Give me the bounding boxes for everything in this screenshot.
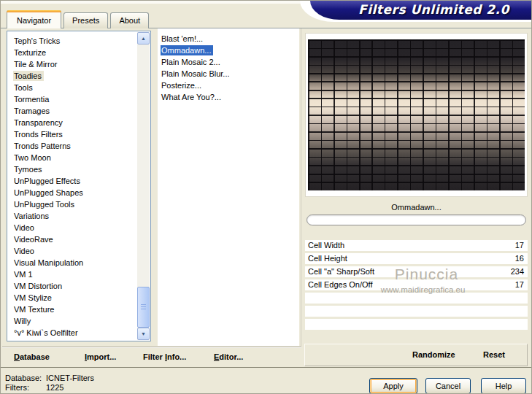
category-item-label: VideoRave [13, 234, 55, 244]
scroll-down-icon[interactable]: ▼ [137, 328, 150, 340]
right-action-bar: Randomize Reset [304, 344, 528, 366]
randomize-button[interactable]: Randomize [412, 350, 455, 359]
category-item-label: Visual Manipulation [13, 258, 85, 268]
category-item[interactable]: Texturize [8, 47, 136, 58]
category-item[interactable]: Transparency [8, 117, 136, 128]
category-item[interactable]: Tronds Patterns [8, 140, 136, 152]
parameter-row[interactable]: Cell "a" Sharp/Soft234 [305, 266, 528, 277]
category-item-label: °v° Kiwi`s Oelfilter [13, 328, 80, 338]
parameter-row-empty [305, 306, 528, 317]
parameter-value: 16 [515, 253, 524, 264]
scroll-up-icon[interactable]: ▲ [137, 32, 150, 45]
filter-item[interactable]: Blast 'em!... [158, 33, 299, 45]
category-item-label: UnPlugged Tools [13, 199, 77, 209]
filter-item-label: Plain Mosaic Blur... [161, 69, 232, 79]
filter-item[interactable]: Plain Mosaic Blur... [158, 68, 299, 80]
cancel-button[interactable]: Cancel [425, 378, 471, 394]
category-item[interactable]: Two Moon [8, 152, 136, 163]
filter-item[interactable]: Posterize... [158, 80, 299, 91]
filter-listbox[interactable]: Blast 'em!...Ommadawn...Plain Mosaic 2..… [158, 28, 299, 346]
category-item[interactable]: UnPlugged Tools [8, 198, 136, 210]
window-title: Filters Unlimited 2.0 [335, 1, 532, 20]
category-item[interactable]: Willy [8, 315, 136, 327]
category-item[interactable]: Toadies [8, 70, 136, 82]
parameter-row[interactable]: Cell Height16 [305, 253, 528, 264]
category-scrollbar[interactable]: ▲ ▼ [137, 32, 150, 340]
category-item[interactable]: VideoRave [8, 233, 136, 245]
parameter-row-empty [305, 293, 528, 304]
database-label: Database: [5, 374, 42, 382]
category-item[interactable]: UnPlugged Effects [8, 175, 136, 187]
tab-navigator[interactable]: Navigator [7, 10, 61, 28]
category-item[interactable]: Tronds Filters [8, 128, 136, 140]
parameter-name: Cell Edges On/Off [308, 279, 372, 290]
filters-unlimited-dialog: Filters Unlimited 2.0 NavigatorPresetsAb… [0, 0, 532, 394]
tab-presets[interactable]: Presets [63, 12, 108, 28]
filter-item[interactable]: What Are You?... [158, 91, 299, 103]
toolbar-button-text-post: atabase [20, 352, 50, 361]
toolbar-button-database[interactable]: Database [14, 352, 50, 361]
scrollbar-thumb[interactable] [137, 287, 150, 328]
category-item-label: VM Texture [13, 304, 56, 314]
toolbar-button-editor[interactable]: Editor... [214, 352, 243, 361]
toolbar-button-text-post: nfo... [167, 352, 186, 361]
category-item[interactable]: Video [8, 222, 136, 233]
category-item[interactable]: Video [8, 245, 136, 257]
toolbar-button-filter-info[interactable]: Filter Info... [143, 352, 186, 361]
filter-item[interactable]: Plain Mosaic 2... [158, 56, 299, 68]
filter-item-label: Posterize... [161, 80, 204, 90]
parameter-row[interactable]: Cell Edges On/Off17 [305, 279, 528, 290]
category-item-label: VM 1 [13, 269, 35, 279]
category-item[interactable]: °v° Kiwi`s Oelfilter [8, 327, 136, 339]
filter-item-label: What Are You?... [161, 92, 223, 102]
preview-caption: Ommadawn... [305, 203, 528, 212]
apply-button[interactable]: Apply [369, 378, 417, 394]
tab-label: About [119, 16, 140, 25]
reset-button[interactable]: Reset [483, 350, 505, 359]
category-item-label: Teph's Tricks [13, 36, 62, 46]
help-button[interactable]: Help [481, 378, 526, 394]
category-item[interactable]: VM Distortion [8, 280, 136, 292]
category-item[interactable]: VM 1 [8, 269, 136, 280]
preview-frame [305, 33, 528, 197]
parameter-row[interactable]: Cell Width17 [305, 240, 528, 251]
category-item[interactable]: Visual Manipulation [8, 257, 136, 269]
toolbar-button-text-post: mport... [87, 352, 116, 361]
category-item[interactable]: Teph's Tricks [8, 35, 136, 47]
filters-count-value: 1225 [46, 383, 63, 392]
category-item[interactable]: Tymoes [8, 163, 136, 175]
category-item-label: Willy [13, 316, 33, 326]
category-item[interactable]: UnPlugged Shapes [8, 187, 136, 198]
category-item-label: UnPlugged Effects [13, 176, 82, 186]
category-item[interactable]: Tormentia [8, 93, 136, 105]
category-item-label: Tronds Filters [13, 129, 65, 139]
category-item-label: Toadies [13, 71, 44, 81]
category-item[interactable]: VM Stylize [8, 292, 136, 304]
parameter-name: Cell Height [308, 253, 347, 264]
category-item[interactable]: Tools [8, 82, 136, 93]
toolbar-button-import[interactable]: Import... [85, 352, 116, 361]
category-item-label: Video [13, 223, 36, 233]
category-item-label: Variations [13, 211, 51, 221]
category-item[interactable]: Tile & Mirror [8, 58, 136, 70]
tab-strip: NavigatorPresetsAbout [7, 10, 149, 28]
filters-count-label: Filters: [5, 383, 29, 392]
category-item-label: VM Distortion [13, 281, 64, 291]
filter-preview-image [308, 39, 525, 190]
category-item[interactable]: Variations [8, 210, 136, 222]
database-value: ICNET-Filters [46, 374, 94, 382]
category-listbox[interactable]: Teph's TricksTexturizeTile & MirrorToadi… [7, 31, 151, 341]
tab-about[interactable]: About [110, 12, 149, 28]
category-item-label: Tile & Mirror [13, 59, 59, 69]
category-item[interactable]: Tramages [8, 105, 136, 117]
category-item-label: Tormentia [13, 94, 51, 104]
category-item-label: VM Stylize [13, 293, 54, 303]
filter-item-label: Blast 'em!... [161, 34, 205, 44]
category-item-label: Texturize [13, 47, 48, 58]
category-item-label: UnPlugged Shapes [13, 188, 85, 198]
toolbar-button-text-pre: Filter [143, 352, 165, 361]
category-item-label: Tools [13, 82, 35, 93]
category-item[interactable]: VM Texture [8, 304, 136, 315]
filter-item[interactable]: Ommadawn... [158, 45, 299, 56]
progress-bar [307, 215, 526, 225]
